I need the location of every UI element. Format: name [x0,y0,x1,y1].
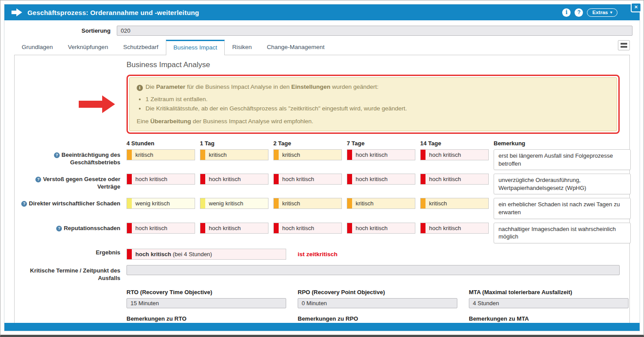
notice-info-icon: i [137,85,143,91]
bemerkung-field[interactable]: unverzügliche Orderausführung, Wertpapie… [494,174,631,194]
process-arrow-icon [12,8,22,16]
severity-label: hoch kritisch [132,225,167,231]
severity-cell[interactable]: kritisch [126,149,195,160]
severity-bar [347,198,352,208]
severity-cell[interactable]: hoch kritisch [420,223,489,234]
row-label-reputationsschaden: ?Reputationsschaden [15,223,126,232]
severity-cell[interactable]: kritisch [273,198,342,209]
mta-input[interactable] [469,298,629,308]
severity-cell[interactable]: kritisch [200,149,268,160]
titlebar-actions: i ? Extras▾ [562,8,617,17]
severity-label: hoch kritisch [205,176,241,182]
severity-label: hoch kritisch [352,176,387,182]
severity-bar [127,150,132,160]
severity-bar [127,174,132,184]
window-title: Geschäftsprozess: Orderannahme und -weit… [27,9,199,16]
help-icon[interactable]: ? [21,201,27,207]
severity-cell[interactable]: hoch kritisch [126,223,195,234]
help-icon[interactable]: ? [575,8,583,17]
row-label-wirtschaftlicher-schaden: ?Direkter wirtschaftlicher Schaden [15,198,126,208]
severity-label: wenig kritisch [132,200,170,207]
notice-bullet: Die Kritikalitätsstufe, ab der ein Gesch… [146,104,610,113]
column-header: 7 Tage [347,140,415,149]
rto-input[interactable] [126,298,286,308]
severity-cell[interactable]: hoch kritisch [347,223,415,234]
severity-label: kritisch [205,151,226,158]
ergebnis-field: hoch kritisch (bei 4 Stunden) [126,249,286,260]
kritische-termine-input[interactable] [126,265,620,275]
severity-label: hoch kritisch [426,151,461,158]
tab-grundlagen[interactable]: Grundlagen [14,39,61,55]
rpo-bemerkung-label: Bemerkungen zu RPO [298,315,457,322]
tab-business-impact[interactable]: Business Impact [166,40,225,55]
severity-cell[interactable]: hoch kritisch [273,223,342,234]
parameter-change-notice: iDie Parameter für die Business Impact A… [129,77,617,131]
severity-cell[interactable]: hoch kritisch [420,149,489,160]
severity-cell[interactable]: hoch kritisch [126,174,195,185]
severity-cell[interactable]: wenig kritisch [200,198,268,209]
severity-cell[interactable]: kritisch [420,198,489,209]
severity-cell[interactable]: hoch kritisch [347,149,415,160]
extras-button[interactable]: Extras▾ [587,8,617,17]
severity-label: kritisch [426,200,447,207]
row-label-verstoss: ?Verstoß gegen Gesetze oder Verträge [15,174,126,191]
column-header: 1 Tag [200,140,268,149]
column-header: 14 Tage [420,140,489,149]
severity-cell[interactable]: hoch kritisch [200,223,268,234]
tab-verknuepfungen[interactable]: Verknüpfungen [61,39,116,55]
column-header: Bemerkung [494,140,631,149]
business-impact-panel: Business Impact Analyse iDie Parameter f… [14,55,630,323]
notice-annotation-wrap: iDie Parameter für die Business Impact A… [126,75,620,134]
rpo-input[interactable] [298,298,457,308]
tab-risiken[interactable]: Risiken [225,39,259,55]
severity-bar [127,198,132,208]
help-icon[interactable]: ? [35,177,41,182]
severity-bar [347,174,352,184]
title-bar: Geschäftsprozess: Orderannahme und -weit… [4,4,640,20]
bemerkung-field[interactable]: erst bei längerem Ausfall sind Folgeproz… [494,149,631,170]
table-row: ?Reputationsschaden hoch kritisch hoch k… [15,223,629,243]
mta-bemerkung-label: Bemerkungen zu MTA [469,315,629,322]
severity-bar [421,198,426,208]
mta-label: MTA (Maximal tolerierbare Ausfallzeit) [469,289,629,295]
close-button[interactable]: × [631,3,641,12]
severity-label: kritisch [132,151,153,158]
bemerkung-field[interactable]: ein erheblicher Schaden ist nach zwei Ta… [494,198,631,219]
tab-schutzbedarf[interactable]: Schutzbedarf [115,39,166,55]
severity-bar [200,223,205,233]
severity-cell[interactable]: kritisch [347,198,415,209]
recovery-section: RTO (Recovery Time Objective) Bemerkunge… [126,289,629,323]
screen: Geschäftsprozess: Orderannahme und -weit… [0,0,644,337]
severity-cell[interactable]: wenig kritisch [126,198,195,209]
severity-cell[interactable]: kritisch [273,149,342,160]
ergebnis-label: Ergebnis [15,247,126,257]
info-icon[interactable]: i [562,8,571,17]
close-icon: × [634,4,638,10]
severity-cell[interactable]: hoch kritisch [273,174,342,185]
annotation-outline: iDie Parameter für die Business Impact A… [126,75,620,134]
bemerkung-field[interactable]: nachhaltiger Imageschaden ist wahrschein… [494,223,631,243]
rpo-label: RPO (Recovery Point Objective) [298,289,457,295]
severity-label: hoch kritisch [279,225,314,231]
severity-bar [421,174,426,184]
tab-change-management[interactable]: Change-Management [259,39,332,55]
table-row: ?Verstoß gegen Gesetze oder Verträge hoc… [15,174,629,194]
ergebnis-row: hoch kritisch (bei 4 Stunden) ist zeitkr… [126,249,629,260]
severity-cell[interactable]: hoch kritisch [200,174,268,185]
severity-cell[interactable]: hoch kritisch [347,174,415,185]
extras-label: Extras [592,10,608,15]
severity-bar [127,249,132,259]
column-header: 2 Tage [273,140,342,149]
help-icon[interactable]: ? [54,152,60,158]
list-view-toggle-icon[interactable] [618,40,630,50]
help-icon[interactable]: ? [56,226,62,231]
severity-cell[interactable]: hoch kritisch [420,174,489,185]
notice-intro: iDie Parameter für die Business Impact A… [137,83,610,91]
ergebnis-value: hoch kritisch (bei 4 Stunden) [132,251,212,257]
kritische-termine-label: Kritische Termine / Zeitpunkt des Ausfal… [15,265,126,282]
sortierung-label: Sortierung [4,27,113,34]
tab-bar: Grundlagen Verknüpfungen Schutzbedarf Bu… [14,39,630,55]
severity-label: hoch kritisch [352,225,387,231]
sortierung-input[interactable] [117,26,632,36]
zeitkritisch-flag: ist zeitkritisch [298,251,337,257]
